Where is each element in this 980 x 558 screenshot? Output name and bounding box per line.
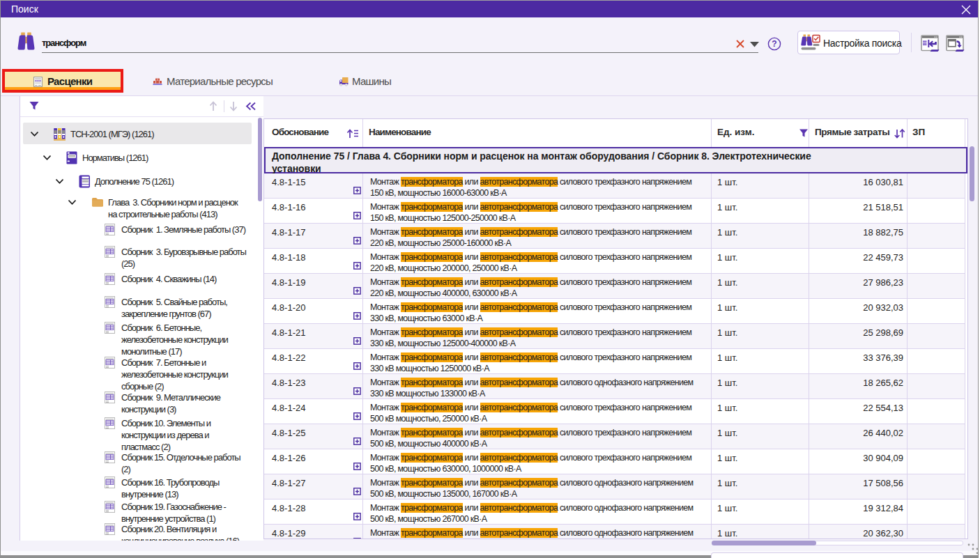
svg-text:?: ? <box>772 39 776 49</box>
